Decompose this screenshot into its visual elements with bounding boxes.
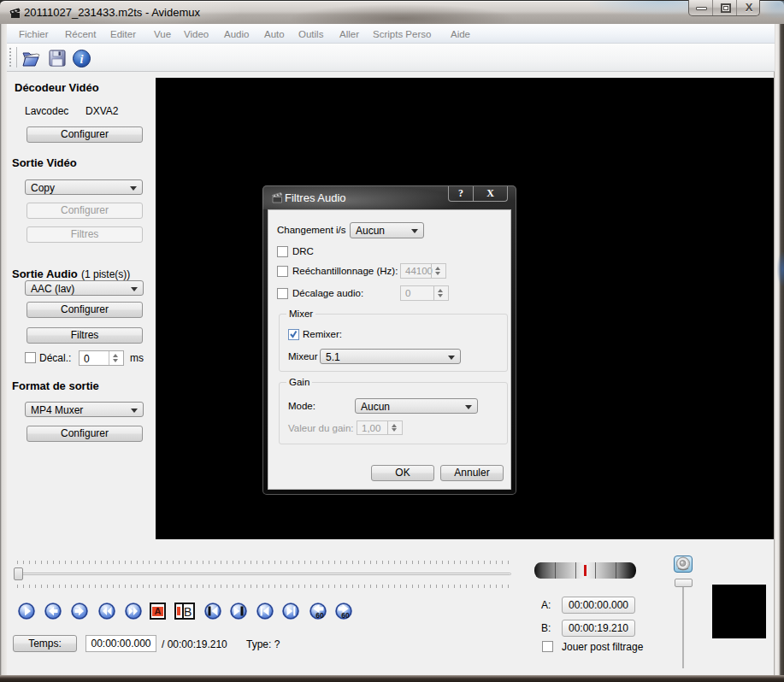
svg-text:60: 60 xyxy=(341,611,350,620)
svg-text:i: i xyxy=(80,53,84,66)
svg-text:60: 60 xyxy=(315,611,324,620)
